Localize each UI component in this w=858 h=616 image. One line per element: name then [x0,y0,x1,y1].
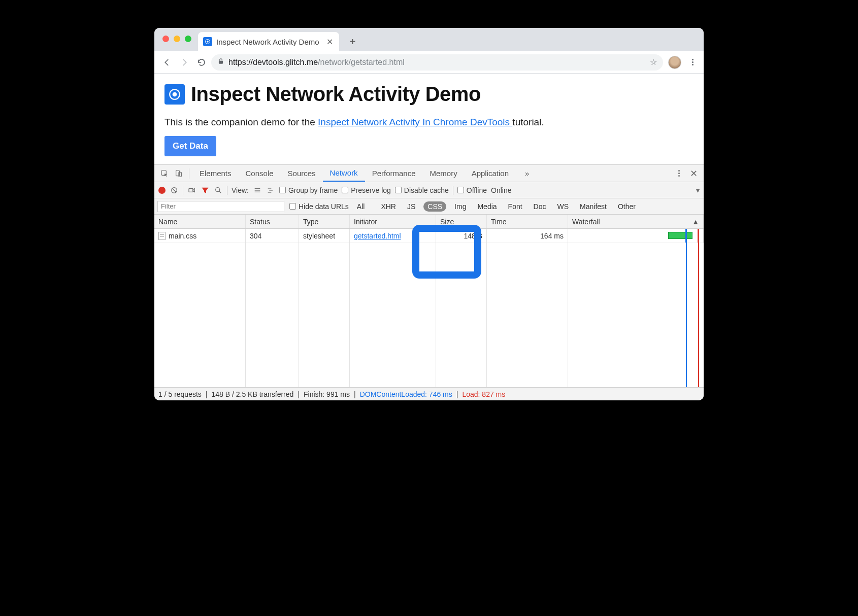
svg-point-11 [216,187,220,191]
network-toolbar: View: Group by frame Preserve log Disabl… [154,182,704,198]
device-toggle-icon[interactable] [172,169,186,178]
tab-performance[interactable]: Performance [365,165,423,182]
page-title-text: Inspect Network Activity Demo [191,83,481,106]
svg-rect-2 [219,60,223,63]
online-label[interactable]: Online [491,186,511,194]
status-finish: Finish: 991 ms [304,390,350,398]
svg-line-12 [219,191,221,193]
table-body: main.css 304 stylesheet getstarted.html … [154,229,704,387]
browser-menu-button[interactable] [686,59,699,65]
close-window-button[interactable] [162,36,169,42]
browser-tab[interactable]: Inspect Network Activity Demo ✕ [198,32,339,51]
devtools-favicon-icon [203,37,212,46]
file-icon [158,232,166,240]
close-tab-icon[interactable]: ✕ [326,37,333,47]
window-controls [162,36,191,42]
url-bar[interactable]: https://devtools.glitch.me/network/getst… [211,54,663,71]
bookmark-icon[interactable]: ☆ [650,57,657,67]
network-filter-bar: Hide data URLs All XHR JS CSS Img Media … [154,198,704,215]
filter-js[interactable]: JS [404,201,418,212]
status-requests: 1 / 5 requests [158,390,202,398]
filter-ws[interactable]: WS [554,201,572,212]
tab-elements[interactable]: Elements [192,165,239,182]
filter-img[interactable]: Img [451,201,469,212]
page-intro: This is the companion demo for the Inspe… [164,117,694,128]
reload-button[interactable] [194,55,209,70]
search-icon[interactable] [214,186,223,195]
large-rows-icon[interactable] [253,186,262,195]
minimize-window-button[interactable] [174,36,180,42]
tab-sources[interactable]: Sources [281,165,323,182]
page-heading: Inspect Network Activity Demo [164,83,694,106]
filter-css[interactable]: CSS [423,201,446,212]
filter-manifest[interactable]: Manifest [577,201,610,212]
close-devtools-button[interactable]: ✕ [690,168,698,179]
svg-rect-10 [189,188,193,192]
lock-icon [217,58,224,67]
group-by-frame-checkbox[interactable]: Group by frame [279,186,338,194]
network-status-bar: 1 / 5 requests | 148 B / 2.5 KB transfer… [154,387,704,400]
cell-status: 304 [246,229,299,243]
preserve-log-checkbox[interactable]: Preserve log [342,186,391,194]
address-bar: https://devtools.glitch.me/network/getst… [154,51,704,74]
cell-time: 164 ms [487,229,568,243]
devtools-tab-bar: Elements Console Sources Network Perform… [154,165,704,182]
inspect-element-icon[interactable] [157,169,172,178]
tab-memory[interactable]: Memory [423,165,465,182]
tab-network[interactable]: Network [323,165,365,182]
throttling-dropdown-icon[interactable]: ▾ [696,186,700,194]
overview-icon[interactable] [266,186,275,195]
page-content: Inspect Network Activity Demo This is th… [154,74,704,164]
col-status[interactable]: Status [246,215,299,228]
back-button[interactable] [159,55,175,70]
camera-icon[interactable] [187,186,196,195]
url-text: https://devtools.glitch.me/network/getst… [228,58,405,67]
new-tab-button[interactable]: + [345,34,360,49]
table-row[interactable]: main.css 304 stylesheet getstarted.html … [154,229,704,243]
network-table: Name Status Type Initiator Size Time Wat… [154,215,704,387]
profile-avatar[interactable] [668,56,681,69]
tab-console[interactable]: Console [239,165,281,182]
more-tabs-icon[interactable]: » [518,165,536,182]
cell-initiator[interactable]: getstarted.html [350,229,436,243]
filter-icon[interactable] [201,186,210,195]
forward-button[interactable] [177,55,192,70]
devtools-logo-icon [164,84,185,105]
filter-input[interactable] [157,201,284,212]
table-header: Name Status Type Initiator Size Time Wat… [154,215,704,229]
filter-xhr[interactable]: XHR [378,201,399,212]
cell-name: main.css [154,229,246,243]
filter-other[interactable]: Other [615,201,639,212]
cell-size: 148 B [436,229,487,243]
status-load: Load: 827 ms [462,390,505,398]
col-initiator[interactable]: Initiator [350,215,436,228]
filter-doc[interactable]: Doc [531,201,549,212]
get-data-button[interactable]: Get Data [164,136,216,156]
filter-font[interactable]: Font [505,201,525,212]
view-label: View: [232,186,249,194]
clear-icon[interactable] [170,186,179,195]
col-name[interactable]: Name [154,215,246,228]
filter-media[interactable]: Media [474,201,500,212]
col-size[interactable]: Size [436,215,487,228]
status-domcontentloaded: DOMContentLoaded: 746 ms [360,390,452,398]
svg-line-9 [172,188,176,192]
svg-point-4 [173,92,177,96]
status-transferred: 148 B / 2.5 KB transferred [211,390,293,398]
tutorial-link[interactable]: Inspect Network Activity In Chrome DevTo… [318,117,512,127]
tab-strip: Inspect Network Activity Demo ✕ + [154,28,704,51]
browser-window: Inspect Network Activity Demo ✕ + https:… [154,28,704,400]
filter-all[interactable]: All [354,201,368,212]
disable-cache-checkbox[interactable]: Disable cache [395,186,449,194]
cell-waterfall [568,229,704,243]
maximize-window-button[interactable] [185,36,191,42]
col-waterfall[interactable]: Waterfall ▲ [568,215,704,228]
svg-point-1 [207,41,209,43]
col-type[interactable]: Type [299,215,350,228]
devtools-menu-button[interactable] [673,170,685,177]
record-button[interactable] [158,187,166,194]
hide-data-urls-checkbox[interactable]: Hide data URLs [289,202,349,211]
offline-checkbox[interactable]: Offline [457,186,487,194]
col-time[interactable]: Time [487,215,568,228]
tab-application[interactable]: Application [465,165,516,182]
